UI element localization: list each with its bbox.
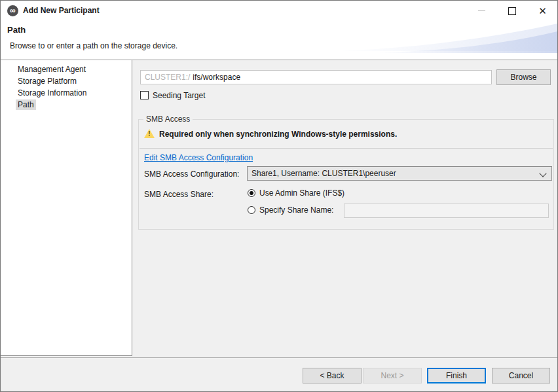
smb-access-group-title: SMB Access [143,115,193,124]
footer-separator [1,357,557,358]
finish-button[interactable]: Finish [427,368,486,383]
seeding-target-label: Seeding Target [153,91,206,100]
path-input[interactable]: CLUSTER1:/ifs/workspace [140,70,492,84]
admin-share-option-row[interactable]: Use Admin Share (IFS$) [248,188,344,198]
smb-warning-text: Required only when synchronizing Windows… [159,130,397,139]
sidebar-item-management-agent[interactable]: Management Agent [1,63,132,75]
add-new-participant-dialog: ∞ Add New Participant ✕ Path Browse to o… [0,0,558,392]
specify-share-radio[interactable] [248,206,255,214]
cancel-button[interactable]: Cancel [492,368,550,383]
smb-config-dropdown[interactable]: Share1, Username: CLUSTER1\peeruser [247,166,552,181]
close-button[interactable]: ✕ [527,1,558,21]
page-title: Path [7,25,26,35]
sidebar-item-storage-information[interactable]: Storage Information [1,87,132,99]
admin-share-label: Use Admin Share (IFS$) [259,188,344,198]
smb-config-label: SMB Access Configuration: [144,169,239,179]
window-title: Add New Participant [23,6,100,15]
smb-share-label: SMB Access Share: [144,190,214,199]
title-bar: ∞ Add New Participant ✕ [1,1,557,21]
admin-share-radio[interactable] [248,189,255,197]
app-icon: ∞ [7,5,18,16]
seeding-target-row[interactable]: Seeding Target [140,91,206,101]
wizard-header: Path Browse to or enter a path on the st… [1,21,557,60]
path-prefix: CLUSTER1:/ [145,73,190,82]
smb-config-selected-value: Share1, Username: CLUSTER1\peeruser [251,169,396,178]
wizard-steps-sidebar: Management Agent Storage Platform Storag… [1,60,132,356]
maximize-button[interactable] [497,1,527,21]
banner-swoosh-graphic [335,21,557,60]
next-button[interactable]: Next > [363,368,422,383]
minimize-icon [478,10,485,11]
chevron-down-icon [539,169,546,177]
smb-access-group: SMB Access ! Required only when synchron… [138,119,554,230]
path-value: ifs/workspace [193,73,240,82]
specify-share-option-row[interactable]: Specify Share Name: [248,205,333,215]
warning-icon-glyph: ! [143,129,156,139]
page-subtitle: Browse to or enter a path on the storage… [10,41,177,50]
group-separator [140,148,553,149]
sidebar-item-storage-platform[interactable]: Storage Platform [1,75,132,87]
specify-share-label: Specify Share Name: [259,205,333,215]
back-button[interactable]: < Back [303,368,362,383]
minimize-button[interactable] [467,1,496,21]
maximize-icon [508,7,516,15]
browse-button[interactable]: Browse [496,69,551,85]
edit-smb-access-link[interactable]: Edit SMB Access Configuration [144,153,253,162]
sidebar-item-path[interactable]: Path [1,99,132,111]
specify-share-name-input[interactable] [344,204,549,218]
seeding-target-checkbox[interactable] [140,91,149,99]
